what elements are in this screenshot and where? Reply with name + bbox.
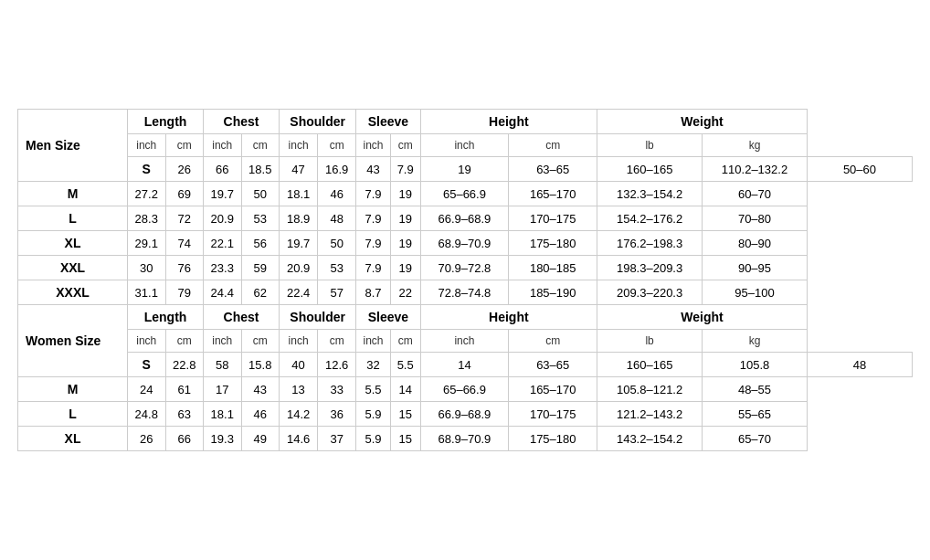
table-row: XL266619.34914.6375.91568.9–70.9175–1801… [18,427,913,451]
data-cell: 22.1 [204,231,242,256]
column-sub-header: lb [597,134,703,157]
table-row: M2461174313335.51465–66.9165–170105.8–12… [18,377,913,402]
data-cell: 26 [128,427,166,451]
data-cell: 7.9 [390,157,420,182]
data-cell: 95–100 [703,280,808,305]
data-cell: 5.9 [356,427,391,451]
data-cell: 74 [165,231,204,256]
data-cell: 50 [241,182,280,206]
data-cell: 18.1 [280,182,318,206]
column-sub-header: cm [390,134,420,157]
column-sub-header: lb [597,330,703,353]
data-cell: 19 [390,182,420,206]
data-cell: 14 [390,377,420,402]
data-cell: 59 [241,256,280,280]
data-cell: 176.2–198.3 [597,231,703,256]
data-cell: 36 [318,402,356,427]
data-cell: 7.9 [356,231,391,256]
data-cell: 17 [204,377,242,402]
data-cell: 47 [280,157,318,182]
column-sub-header: inch [128,134,166,157]
data-cell: 40 [280,353,318,377]
data-cell: 19.3 [204,427,242,451]
data-cell: 24.4 [204,280,242,305]
size-cell: L [18,402,128,427]
size-cell: XXXL [18,280,128,305]
column-group-header: Chest [204,305,280,330]
data-cell: 65–66.9 [420,182,509,206]
data-cell: 57 [318,280,356,305]
data-cell: 69 [165,182,204,206]
data-cell: 14.2 [280,402,318,427]
table-row: XXL307623.35920.9537.91970.9–72.8180–185… [18,256,913,280]
size-cell: XL [18,231,128,256]
column-group-header: Chest [204,110,280,134]
data-cell: 175–180 [509,231,597,256]
data-cell: 20.9 [280,256,318,280]
data-cell: 61 [165,377,204,402]
data-cell: 121.2–143.2 [597,402,703,427]
data-cell: 29.1 [128,231,166,256]
data-cell: 53 [318,256,356,280]
data-cell: 5.9 [356,402,391,427]
column-sub-header: inch [204,134,242,157]
data-cell: 18.1 [204,402,242,427]
data-cell: 30 [128,256,166,280]
data-cell: 37 [318,427,356,451]
data-cell: 20.9 [204,206,242,231]
data-cell: 28.3 [128,206,166,231]
data-cell: 26 [165,157,204,182]
table-row: L28.37220.95318.9487.91966.9–68.9170–175… [18,206,913,231]
size-cell: L [18,206,128,231]
column-group-header: Weight [597,110,808,134]
column-group-header: Length [128,305,204,330]
table-row: XL29.17422.15619.7507.91968.9–70.9175–18… [18,231,913,256]
column-sub-header: cm [165,330,204,353]
size-cell: S [128,353,166,377]
data-cell: 198.3–209.3 [597,256,703,280]
data-cell: 79 [165,280,204,305]
column-sub-header: inch [280,134,318,157]
data-cell: 209.3–220.3 [597,280,703,305]
column-sub-header: cm [318,134,356,157]
data-cell: 66 [165,427,204,451]
table-row: L24.86318.14614.2365.91566.9–68.9170–175… [18,402,913,427]
data-cell: 50–60 [807,157,912,182]
column-sub-header: inch [280,330,318,353]
data-cell: 43 [241,377,280,402]
data-cell: 49 [241,427,280,451]
column-group-header: Weight [597,305,808,330]
data-cell: 66.9–68.9 [420,206,509,231]
data-cell: 19 [390,231,420,256]
column-group-header: Height [420,305,597,330]
data-cell: 14.6 [280,427,318,451]
column-sub-header: inch [356,330,391,353]
data-cell: 70–80 [703,206,808,231]
column-sub-header: cm [509,134,597,157]
data-cell: 63 [165,402,204,427]
column-sub-header: cm [241,330,280,353]
data-cell: 132.3–154.2 [597,182,703,206]
data-cell: 56 [241,231,280,256]
data-cell: 19.7 [204,182,242,206]
data-cell: 14 [420,353,509,377]
column-sub-header: inch [420,134,509,157]
data-cell: 72.8–74.8 [420,280,509,305]
data-cell: 185–190 [509,280,597,305]
data-cell: 48 [807,353,912,377]
data-cell: 12.6 [318,353,356,377]
data-cell: 15 [390,427,420,451]
data-cell: 5.5 [390,353,420,377]
column-group-header: Shoulder [280,305,356,330]
data-cell: 154.2–176.2 [597,206,703,231]
data-cell: 22 [390,280,420,305]
data-cell: 170–175 [509,402,597,427]
column-sub-header: inch [204,330,242,353]
data-cell: 18.9 [280,206,318,231]
data-cell: 110.2–132.2 [703,157,808,182]
column-group-header: Height [420,110,597,134]
table-row: XXXL31.17924.46222.4578.72272.8–74.8185–… [18,280,913,305]
data-cell: 16.9 [318,157,356,182]
data-cell: 68.9–70.9 [420,427,509,451]
column-group-header: Sleeve [356,305,420,330]
